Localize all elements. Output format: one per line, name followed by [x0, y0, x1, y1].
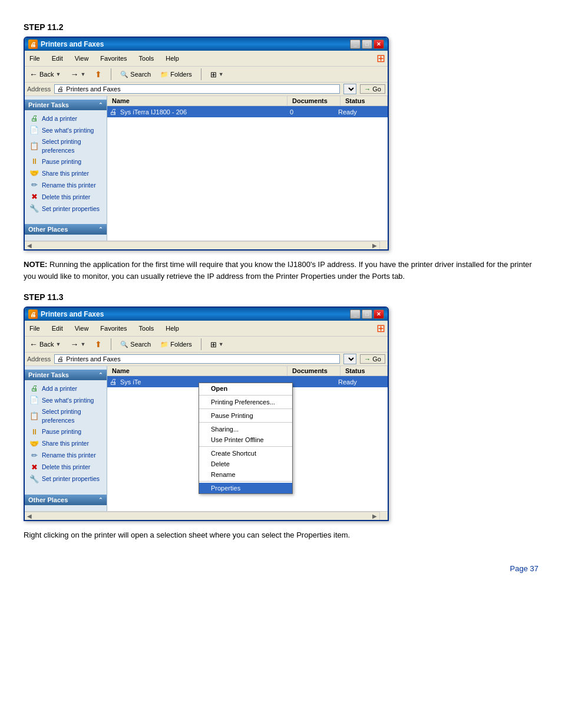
sidebar-see-printing1[interactable]: 📄 See what's printing	[25, 124, 107, 136]
menu-file2[interactable]: File	[27, 324, 42, 333]
window-title1: Printers and Faxes	[41, 40, 104, 48]
sidebar-share-printer1[interactable]: 🤝 Share this printer	[25, 167, 107, 179]
ctx-printing-prefs[interactable]: Printing Preferences...	[199, 397, 292, 407]
step1-label: STEP 11.2	[24, 22, 538, 32]
ctx-use-offline[interactable]: Use Printer Offline	[199, 434, 292, 445]
sidebar-rename-printer2[interactable]: ✏ Rename this printer	[25, 450, 107, 462]
note-body: Running the application for the first ti…	[24, 260, 532, 281]
windows-logo2: ⊞	[376, 322, 385, 335]
ctx-sharing[interactable]: Sharing...	[199, 424, 292, 434]
back-button1[interactable]: ← Back ▼	[27, 68, 63, 80]
go-button2[interactable]: → Go	[360, 354, 385, 364]
main-area2: Name Documents Status 🖨 Sys iTe Ready Op…	[107, 366, 388, 510]
col-name-header1[interactable]: Name	[107, 96, 287, 106]
col-name-header2[interactable]: Name	[107, 366, 287, 375]
sidebar-see-printing2[interactable]: 📄 See what's printing	[25, 394, 107, 406]
up-button2[interactable]: ⬆	[92, 338, 104, 350]
sidebar-pause-printing1[interactable]: ⏸ Pause printing	[25, 156, 107, 167]
window-title2: Printers and Faxes	[41, 310, 104, 318]
ctx-open[interactable]: Open	[199, 383, 292, 394]
views-button2[interactable]: ⊞ ▼	[208, 339, 226, 350]
printer-status2: Ready	[338, 378, 385, 386]
close-button1[interactable]: ✕	[373, 39, 384, 49]
go-button1[interactable]: → Go	[360, 84, 385, 94]
set-properties-icon1: 🔧	[29, 204, 39, 213]
sidebar-delete-printer1[interactable]: ✖ Delete this printer	[25, 191, 107, 203]
back-button2[interactable]: ← Back ▼	[27, 338, 63, 350]
address-field2[interactable]: 🖨 Printers and Faxes	[54, 354, 340, 364]
window2: 🖨 Printers and Faxes _ □ ✕ File Edit Vie…	[24, 307, 389, 521]
pause-printing-icon1: ⏸	[29, 157, 39, 166]
minimize-button2[interactable]: _	[350, 309, 361, 319]
pause-printing-icon2: ⏸	[29, 427, 39, 437]
toolbar1: ← Back ▼ → ▼ ⬆ 🔍 Search 📁 Folders ⊞ ▼	[25, 67, 388, 83]
menu-edit1[interactable]: Edit	[49, 54, 65, 63]
menu-help2[interactable]: Help	[163, 324, 181, 333]
ctx-pause-printing[interactable]: Pause Printing	[199, 410, 292, 421]
up-button1[interactable]: ⬆	[92, 68, 104, 80]
menu-tools2[interactable]: Tools	[137, 324, 157, 333]
ctx-rename[interactable]: Rename	[199, 469, 292, 480]
maximize-button1[interactable]: □	[362, 39, 372, 49]
menu-view1[interactable]: View	[72, 54, 91, 63]
col-status-header2[interactable]: Status	[340, 366, 388, 375]
sidebar-add-printer2[interactable]: 🖨 Add a printer	[25, 383, 107, 394]
add-printer-icon1: 🖨	[29, 114, 39, 123]
other-places-header2[interactable]: Other Places ⌃	[25, 495, 107, 505]
sidebar-add-printer1[interactable]: 🖨 Add a printer	[25, 113, 107, 124]
maximize-button2[interactable]: □	[362, 309, 372, 319]
sidebar2: Printer Tasks ⌃ 🖨 Add a printer 📄 See wh…	[25, 366, 107, 510]
delete-printer-icon1: ✖	[29, 192, 39, 202]
minimize-button1[interactable]: _	[350, 39, 361, 49]
sidebar-delete-printer2[interactable]: ✖ Delete this printer	[25, 462, 107, 473]
sidebar-select-printing1[interactable]: 📋 Select printing preferences	[25, 136, 107, 156]
ctx-create-shortcut[interactable]: Create Shortcut	[199, 448, 292, 459]
folders-button1[interactable]: 📁 Folders	[158, 70, 194, 80]
forward-button2[interactable]: → ▼	[68, 338, 88, 350]
menu-favorites2[interactable]: Favorites	[98, 324, 129, 333]
address-dropdown2[interactable]	[343, 354, 356, 364]
sidebar-rename-printer1[interactable]: ✏ Rename this printer	[25, 179, 107, 191]
column-headers2: Name Documents Status	[107, 366, 388, 376]
see-printing-icon2: 📄	[29, 396, 39, 405]
menu-favorites1[interactable]: Favorites	[98, 54, 129, 63]
search-button1[interactable]: 🔍 Search	[118, 70, 153, 80]
menubar2: File Edit View Favorites Tools Help ⊞	[25, 321, 388, 337]
ctx-delete[interactable]: Delete	[199, 459, 292, 469]
printer-tasks-header1[interactable]: Printer Tasks ⌃	[25, 100, 107, 110]
sidebar-pause-printing2[interactable]: ⏸ Pause printing	[25, 426, 107, 438]
sidebar1: Printer Tasks ⌃ 🖨 Add a printer 📄 See wh…	[25, 96, 107, 241]
menu-help1[interactable]: Help	[163, 54, 181, 63]
see-printing-icon1: 📄	[29, 126, 39, 135]
menu-edit2[interactable]: Edit	[49, 324, 65, 333]
other-places-header1[interactable]: Other Places ⌃	[25, 224, 107, 235]
printer-row-icon1: 🖨	[110, 107, 117, 116]
sidebar-set-properties1[interactable]: 🔧 Set printer properties	[25, 203, 107, 215]
printer-docs1: 0	[285, 108, 338, 116]
ctx-properties[interactable]: Properties	[199, 483, 292, 493]
address-label2: Address	[27, 355, 51, 363]
sidebar-share-printer2[interactable]: 🤝 Share this printer	[25, 438, 107, 450]
col-status-header1[interactable]: Status	[340, 96, 388, 106]
menu-file1[interactable]: File	[27, 54, 42, 63]
folders-button2[interactable]: 📁 Folders	[158, 340, 194, 350]
menu-tools1[interactable]: Tools	[137, 54, 157, 63]
printer-row1[interactable]: 🖨 Sys iTerra IJ1800 - 206 0 Ready	[107, 106, 388, 117]
address-dropdown1[interactable]	[343, 84, 356, 94]
col-docs-header2[interactable]: Documents	[287, 366, 340, 375]
menu-view2[interactable]: View	[72, 324, 91, 333]
printer-tasks-header2[interactable]: Printer Tasks ⌃	[25, 370, 107, 380]
address-field1[interactable]: 🖨 Printers and Faxes	[54, 84, 340, 94]
close-button2[interactable]: ✕	[373, 309, 384, 319]
window1: 🖨 Printers and Faxes _ □ ✕ File Edit Vie…	[24, 37, 389, 251]
select-printing-icon2: 📋	[29, 411, 39, 421]
forward-button1[interactable]: → ▼	[68, 68, 88, 80]
main-area1: Name Documents Status 🖨 Sys iTerra IJ180…	[107, 96, 388, 241]
views-button1[interactable]: ⊞ ▼	[208, 69, 226, 80]
sidebar-set-properties2[interactable]: 🔧 Set printer properties	[25, 473, 107, 485]
search-button2[interactable]: 🔍 Search	[118, 340, 153, 350]
col-docs-header1[interactable]: Documents	[287, 96, 340, 106]
menubar1: File Edit View Favorites Tools Help ⊞	[25, 51, 388, 67]
windows-logo1: ⊞	[376, 52, 385, 65]
sidebar-select-printing2[interactable]: 📋 Select printing preferences	[25, 406, 107, 426]
